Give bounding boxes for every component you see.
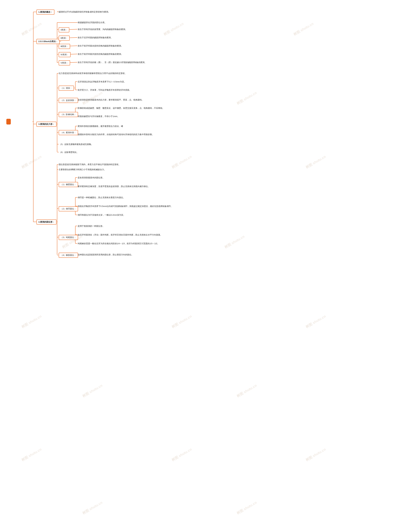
text-node: 发生于所有牙齿的颊（唇）、舌（腭）面近龈1/3牙面的龋损所制备的窝洞。: [78, 61, 146, 64]
text-node: 要求窝洞有足够深度，呈底平壁直的盒状洞形，防止充填体沿洞底向侧方移位。: [78, 185, 150, 188]
text-node: 是各类洞形最基本的固位形。: [78, 176, 104, 180]
s2-label: 2.G.V.Black分类法：: [36, 39, 60, 44]
text-node: 发生于前牙邻面并损伤切角的龋损所制备的窝洞。: [78, 52, 123, 56]
s4-label: 4.窝洞的固位形：: [36, 219, 57, 225]
text-node: 根据龋损所在牙面的部位分类。: [78, 21, 107, 24]
root-label: [6, 119, 11, 125]
s2-item-label-3: Ⅳ类洞：: [59, 52, 71, 57]
s2-item-label-4: Ⅴ类洞：: [59, 60, 70, 65]
text-node: 洞底在牙釉质牙本质界下0.5mm以内者可直接制备倒凹，洞底超过规定深度后，最好先…: [78, 205, 173, 208]
text-node: 盒状洞形是窝洞最基本的抗力形，要求窝洞底平、壁直，点、线角圆钝。: [78, 98, 144, 102]
text-node: 倒凹和固位沟不宜做得太深，一般以0.2mm深为宜。: [78, 213, 125, 217]
s4-child-label-1: （2）倒凹固位：: [59, 206, 78, 211]
s4-child-label-0: （1）侧壁固位：: [59, 182, 78, 187]
text-node: 倒凹是一种机械固位，防止充填体从垂直方向脱位。: [78, 196, 125, 199]
s3-child-label-3: （4）窝洞外形：: [59, 130, 78, 135]
s2-item-label-1: Ⅱ类洞：: [59, 36, 70, 41]
text-node: 发生于前牙邻面未损伤切角的龋损所制备的窝洞。: [78, 44, 123, 48]
text-node: 窝洞外形线呈圆缓曲线，避开最受咬合力的尖、嵴: [78, 125, 123, 128]
text-node: 抗力形是使充填体和余留牙体组织能够承受咬合力而不会折裂的特定形状。: [59, 72, 127, 75]
s4-child-label-3: （4）梯形固位：: [59, 253, 78, 258]
s2-item-label-0: Ⅰ类洞：: [59, 27, 69, 32]
text-node: 如后牙邻面洞在（牙合）面作鸠尾，前牙邻舌洞在舌面作鸠尾，防止充填体从水平方向脱落…: [78, 233, 162, 237]
text-node: 邻面的龈壁应与牙长轴垂直，不得小于1mm。: [78, 115, 119, 118]
text-node: 主要靠密合的摩擦力和洞口小于洞底的机械嵌合力。: [59, 168, 106, 171]
s3-child-label-0: （1）洞深：: [59, 86, 74, 91]
text-node: 龋洞经过手术去除龋坏组织并制备成特定形状称为窝洞。: [59, 10, 110, 14]
text-node: 这种固位也是复面洞所采用的固位形，防止垂直方向的脱位。: [78, 253, 133, 256]
s3-child-label-1: （2）盒状洞形：: [59, 98, 78, 103]
text-node: 固位形是使充填体能留于洞内，承受力后不移位不脱落的特定形状。: [59, 163, 121, 166]
text-node: 发生于后牙邻面的龋损所制备的窝洞。: [78, 36, 113, 39]
s3-label: 3.窝洞的抗力形：: [36, 122, 57, 127]
text-node: 阶梯的组成是龈壁、轴壁、髓壁及近、远中侧壁。各壁交接呈直角，点、线角圆钝，不应锋…: [78, 106, 164, 110]
text-node: 后牙洞深以到达牙釉质牙本质界下0.2～0.5mm为宜。: [78, 80, 126, 83]
s4-child-label-2: （3）鸠尾固位：: [59, 235, 78, 240]
text-node: （6）去除薄壁弱尖。: [59, 151, 79, 154]
text-node: 前牙受力小、牙体薄，可到达牙釉质牙本质界的牙本质面。: [78, 89, 131, 92]
text-node: 鸠尾峡的宽度一般在后牙为所在颊尖间距的1/4～1/3，前牙为邻面洞舌方宽度的1/…: [78, 242, 159, 245]
s1-label: 1.窝洞的概念：: [36, 9, 54, 15]
text-node: 是用于复面洞的一种固位形。: [78, 225, 104, 228]
text-node: 圆缓的外形有分散应力的作用，尖锐的转角可使传向牙体组织的应力集中而致折裂。: [78, 133, 154, 136]
s2-item-label-2: Ⅲ类洞：: [59, 44, 70, 49]
mind-map-container: 1.窝洞的概念：龋洞经过手术去除龋坏组织并制备成特定形状称为窝洞。根据龋损所在牙…: [3, 5, 403, 513]
text-node: （5）去除无基釉和避免形成无基釉。: [59, 143, 93, 146]
text-node: 发生于所有牙齿的发育窝、沟内的龋损所制备的窝洞。: [78, 28, 127, 31]
s3-child-label-2: （3）阶梯结构：: [59, 112, 78, 117]
